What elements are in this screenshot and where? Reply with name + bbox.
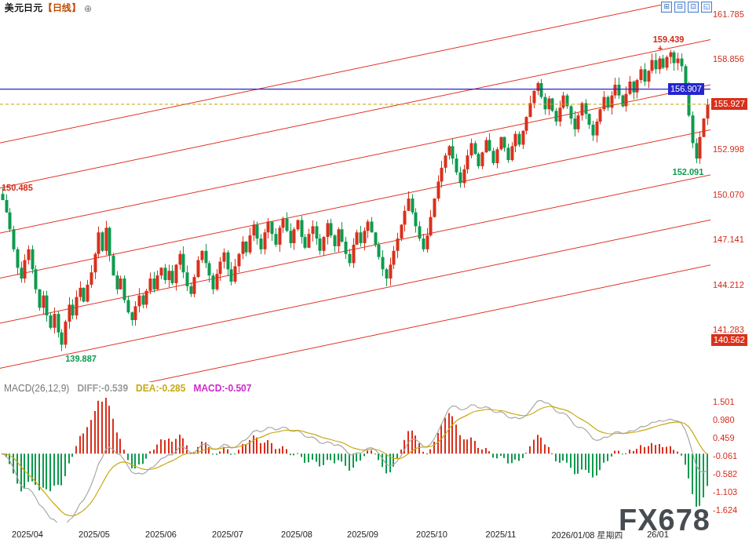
price-axis-label: 141.283 xyxy=(713,325,744,334)
x-axis-label: 2025/05 xyxy=(79,530,110,539)
x-axis-label: 2025/04 xyxy=(12,530,43,539)
macd-title: MACD(26,12,9) xyxy=(4,383,69,394)
watermark: FX678 xyxy=(619,504,710,537)
last-price-tag: 155.927 xyxy=(711,98,747,110)
layout-icon[interactable]: ⊡ xyxy=(688,2,699,13)
bottom-low-annotation: 139.887 xyxy=(65,354,97,363)
price-axis-label: 147.141 xyxy=(713,235,744,244)
crosshair-price-tag: 140.562 xyxy=(711,334,747,346)
macd-dea-value: DEA:-0.285 xyxy=(136,383,185,394)
peak-marker-icon: + xyxy=(658,43,663,53)
x-axis-label: 2025/09 xyxy=(347,530,378,539)
interval-label: 【日线】 xyxy=(43,2,81,15)
macd-macd-value: MACD:-0.507 xyxy=(193,383,251,394)
blue-level-price-tag: 156.907 xyxy=(668,83,704,95)
macd-axis-label: -0.582 xyxy=(713,469,737,479)
symbol-title: 美元日元 xyxy=(5,2,42,15)
macd-axis-label: 0.459 xyxy=(713,433,735,442)
macd-header: MACD(26,12,9) DIFF:-0.539 DEA:-0.285 MAC… xyxy=(4,383,251,394)
price-axis-label: 144.212 xyxy=(713,280,744,289)
macd-axis-label: 0.980 xyxy=(713,415,735,424)
chart-split-icon[interactable]: ⊟ xyxy=(674,2,685,13)
price-axis-label: 161.785 xyxy=(713,9,744,19)
x-axis-label: 2025/08 xyxy=(281,530,312,539)
price-axis-label: 152.998 xyxy=(713,144,744,154)
x-axis-label: 2025/06 xyxy=(145,530,177,539)
macd-diff-value: DIFF:-0.539 xyxy=(77,383,128,394)
price-axis-label: 158.856 xyxy=(713,54,744,64)
price-axis-label: 150.070 xyxy=(713,190,744,199)
macd-axis-label: -0.061 xyxy=(713,451,737,460)
macd-axis-label: 1.501 xyxy=(713,397,735,406)
macd-axis-label: -1.103 xyxy=(713,487,737,497)
x-axis-label: 2026/01/08 星期四 xyxy=(551,530,623,541)
left-high-annotation: 150.485 xyxy=(2,183,33,192)
x-axis-label: 2025/07 xyxy=(212,530,243,539)
chart-window: 美元日元【日线】⊕ ⊞⊟⊡◱ 161.785158.856155.927152.… xyxy=(0,0,756,546)
crash-low-annotation: 152.091 xyxy=(673,167,704,177)
x-axis-label: 2025/11 xyxy=(486,530,517,539)
candlestick-chart-canvas[interactable] xyxy=(0,0,756,546)
chart-toolbar: ⊞⊟⊡◱ xyxy=(661,2,712,13)
add-indicator-icon[interactable]: ⊕ xyxy=(84,3,92,14)
pane-grid-icon[interactable]: ⊞ xyxy=(661,2,672,13)
chart-header: 美元日元【日线】⊕ xyxy=(5,2,92,15)
fullscreen-icon[interactable]: ◱ xyxy=(701,2,712,13)
macd-axis-label: -1.624 xyxy=(713,505,737,515)
x-axis-label: 2025/10 xyxy=(416,530,447,539)
